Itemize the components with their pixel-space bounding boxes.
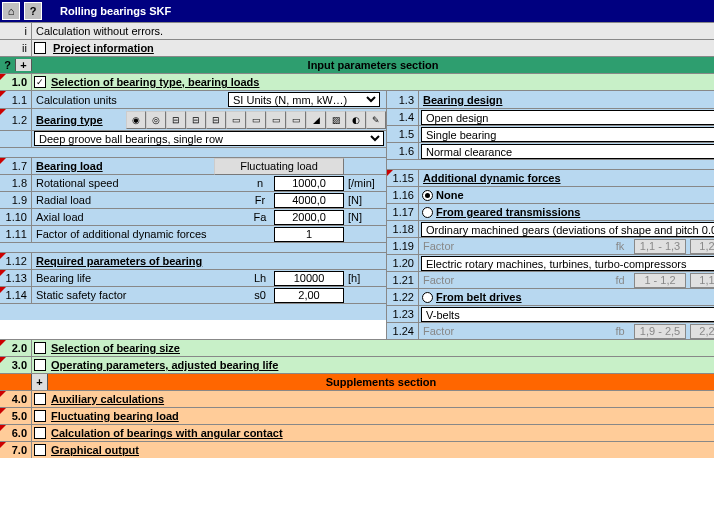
none-radio[interactable] [422, 190, 433, 201]
bt-icon-10[interactable]: ◢ [306, 111, 326, 129]
axial-load-input[interactable] [274, 210, 344, 225]
section-2-0: 2.0 Selection of bearing size [0, 339, 714, 356]
bearing-type-header: Bearing type [32, 114, 122, 126]
bt-icon-2[interactable]: ◎ [146, 111, 166, 129]
app-title: Rolling bearings SKF [60, 5, 171, 17]
vbelt-select[interactable]: V-belts [421, 307, 714, 322]
sec6-checkbox[interactable] [34, 427, 46, 439]
geared-select[interactable]: Ordinary machined gears (deviations of s… [421, 222, 714, 237]
section-7-0: 7.0 Graphical output [0, 441, 714, 458]
bearing-life-input[interactable] [274, 271, 344, 286]
sec3-checkbox[interactable] [34, 359, 46, 371]
section-5-0: 5.0 Fluctuating bearing load [0, 407, 714, 424]
bt-icon-6[interactable]: ▭ [226, 111, 246, 129]
help-icon[interactable]: ? [24, 2, 42, 20]
machines-select[interactable]: Electric rotary machines, turbines, turb… [421, 256, 714, 271]
radial-load-input[interactable] [274, 193, 344, 208]
bt-icon-8[interactable]: ▭ [266, 111, 286, 129]
bearing-type-icons: ◉ ◎ ⊟ ⊟ ⊟ ▭ ▭ ▭ ▭ ◢ ▨ ◐ ✎ [126, 111, 386, 129]
bt-icon-11[interactable]: ▨ [326, 111, 346, 129]
bearing-load-header: Bearing load [32, 160, 214, 172]
bt-icon-3[interactable]: ⊟ [166, 111, 186, 129]
supplements-header: + Supplements section [0, 373, 714, 390]
bt-icon-1[interactable]: ◉ [126, 111, 146, 129]
section-3-0: 3.0 Operating parameters, adjusted beari… [0, 356, 714, 373]
status-text: Calculation without errors. [32, 25, 163, 37]
project-info-checkbox[interactable] [34, 42, 46, 54]
app-icon[interactable]: ⌂ [2, 2, 20, 20]
sec2-checkbox[interactable] [34, 342, 46, 354]
dyn-factor-input[interactable] [274, 227, 344, 242]
bt-icon-13[interactable]: ✎ [366, 111, 386, 129]
safety-factor-input[interactable] [274, 288, 344, 303]
required-params-header: Required parameters of bearing [32, 255, 202, 267]
status-row-ii: ii Project information [0, 39, 714, 56]
bt-icon-4[interactable]: ⊟ [186, 111, 206, 129]
project-info-label: Project information [49, 42, 154, 54]
rotational-speed-input[interactable] [274, 176, 344, 191]
bearing-type-select[interactable]: Deep groove ball bearings, single row [34, 131, 384, 146]
titlebar: ⌂ ? Rolling bearings SKF [0, 0, 714, 22]
calc-units-select[interactable]: SI Units (N, mm, kW…) [228, 92, 380, 107]
calc-units-label: Calculation units [32, 94, 228, 106]
expand-button[interactable]: + [16, 59, 32, 71]
section-6-0: 6.0 Calculation of bearings with angular… [0, 424, 714, 441]
sec5-checkbox[interactable] [34, 410, 46, 422]
bt-icon-12[interactable]: ◐ [346, 111, 366, 129]
belt-radio[interactable] [422, 292, 433, 303]
supp-expand-button[interactable]: + [32, 374, 48, 390]
input-section-header: ? + Input parameters section [0, 56, 714, 73]
clearance-select[interactable]: Normal clearance [421, 144, 714, 159]
bearing-design-header: Bearing design [419, 94, 502, 106]
section-1-0: 1.0 ✓ Selection of bearing type, bearing… [0, 73, 714, 90]
section-4-0: 4.0 Auxiliary calculations [0, 390, 714, 407]
bt-icon-9[interactable]: ▭ [286, 111, 306, 129]
fluctuating-load-button[interactable]: Fluctuating load [214, 158, 344, 175]
open-design-select[interactable]: Open design [421, 110, 714, 125]
single-bearing-select[interactable]: Single bearing [421, 127, 714, 142]
bt-icon-7[interactable]: ▭ [246, 111, 266, 129]
sec1-checkbox[interactable]: ✓ [34, 76, 46, 88]
add-dyn-forces-header: Additional dynamic forces [419, 172, 561, 184]
help-button[interactable]: ? [0, 59, 16, 71]
status-row-i: i Calculation without errors. [0, 22, 714, 39]
geared-radio[interactable] [422, 207, 433, 218]
sec4-checkbox[interactable] [34, 393, 46, 405]
sec7-checkbox[interactable] [34, 444, 46, 456]
bt-icon-5[interactable]: ⊟ [206, 111, 226, 129]
